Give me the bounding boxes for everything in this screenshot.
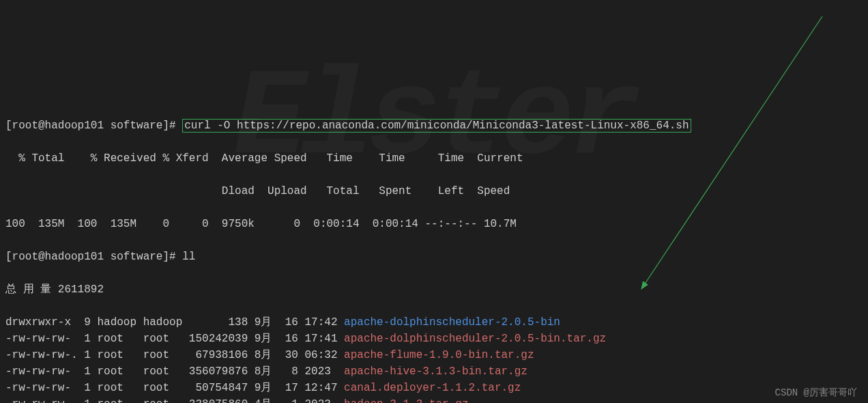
file-name: apache-dolphinscheduler-2.0.5-bin.tar.gz: [344, 333, 606, 345]
table-row: -rw-rw-rw-. 1 root root 67938106 8月 30 0…: [5, 347, 863, 363]
file-name: hadoop-3.1.3.tar.gz: [344, 398, 468, 403]
file-name: apache-hive-3.1.3-bin.tar.gz: [344, 365, 527, 378]
file-name: apache-flume-1.9.0-bin.tar.gz: [344, 349, 534, 361]
shell-prompt: [root@hadoop101 software]#: [5, 251, 176, 263]
shell-prompt: [root@hadoop101 software]#: [5, 120, 176, 132]
ll-command: ll: [182, 251, 195, 263]
table-row: -rw-rw-rw- 1 root root 356079876 8月 8 20…: [5, 363, 863, 380]
row-meta: -rw-rw-rw-. 1 root root 338075860 4月 1 2…: [5, 398, 344, 403]
terminal-output: [root@hadoop101 software]# curl -O https…: [5, 101, 863, 403]
row-meta: -rw-rw-rw- 1 root root 50754847 9月 17 12…: [5, 382, 344, 394]
row-meta: -rw-rw-rw- 1 root root 356079876 8月 8 20…: [5, 365, 344, 378]
file-listing: drwxrwxr-x 9 hadoop hadoop 138 9月 16 17:…: [5, 314, 863, 403]
file-name: apache-dolphinscheduler-2.0.5-bin: [344, 316, 560, 329]
total-line: 总 用 量 2611892: [5, 281, 863, 298]
table-row: -rw-rw-rw-. 1 root root 338075860 4月 1 2…: [5, 396, 863, 403]
file-name: canal.deployer-1.1.2.tar.gz: [344, 382, 521, 394]
curl-header1: % Total % Received % Xferd Average Speed…: [5, 150, 863, 167]
table-row: -rw-rw-rw- 1 root root 50754847 9月 17 12…: [5, 380, 863, 396]
row-meta: -rw-rw-rw- 1 root root 150242039 9月 16 1…: [5, 333, 344, 345]
credit-watermark: CSDN @厉害哥哥吖: [775, 386, 857, 400]
curl-command-line: [root@hadoop101 software]# curl -O https…: [5, 117, 863, 134]
curl-command-highlight: curl -O https://repo.anaconda.com/minico…: [182, 119, 691, 133]
row-meta: drwxrwxr-x 9 hadoop hadoop 138 9月 16 17:…: [5, 316, 344, 329]
curl-header2: Dload Upload Total Spent Left Speed: [5, 183, 863, 199]
row-meta: -rw-rw-rw-. 1 root root 67938106 8月 30 0…: [5, 349, 344, 361]
ll-command-line: [root@hadoop101 software]# ll: [5, 249, 863, 265]
curl-progress: 100 135M 100 135M 0 0 9750k 0 0:00:14 0:…: [5, 216, 863, 232]
table-row: -rw-rw-rw- 1 root root 150242039 9月 16 1…: [5, 331, 863, 347]
table-row: drwxrwxr-x 9 hadoop hadoop 138 9月 16 17:…: [5, 314, 863, 331]
